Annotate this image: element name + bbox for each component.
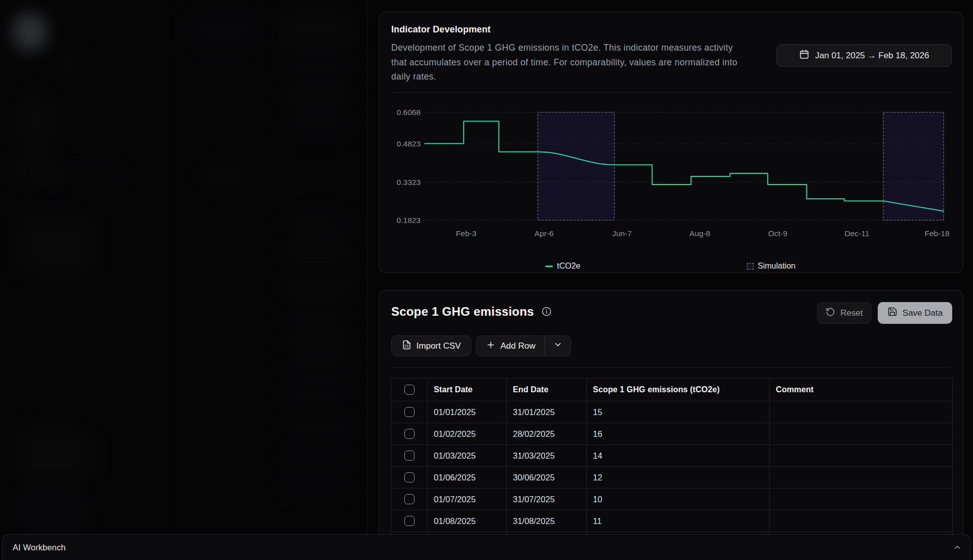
card-header-divider [391, 367, 952, 367]
cell-end-date[interactable]: 30/06/2025 [507, 467, 587, 489]
row-select-cell [391, 467, 428, 489]
cell-comment[interactable] [770, 510, 953, 532]
series-line-tco2e [425, 121, 944, 211]
cell-end-date[interactable]: 31/08/2025 [507, 510, 587, 532]
cell-end-date[interactable]: 28/02/2025 [507, 423, 587, 445]
x-axis-tick-label: Aug-8 [689, 229, 710, 238]
blurred-chat-blob [280, 238, 356, 263]
save-data-label: Save Data [903, 308, 943, 318]
x-axis-tick-label: Apr-6 [535, 229, 554, 238]
cell-start-date[interactable]: 01/01/2025 [428, 401, 507, 423]
cell-start-date[interactable]: 01/08/2025 [428, 510, 507, 532]
legend-item-tco2e[interactable]: tCO2e [545, 260, 580, 272]
save-data-button[interactable]: Save Data [878, 302, 952, 324]
y-axis-tick-label: 0.4823 [397, 139, 421, 148]
cell-comment[interactable] [770, 445, 953, 467]
blurred-chat-blob [280, 212, 356, 235]
blurred-chat-blob [280, 330, 356, 354]
plus-icon [486, 340, 496, 352]
info-icon[interactable] [541, 306, 552, 319]
column-header-comment: Comment [770, 379, 953, 401]
cell-value[interactable]: 11 [587, 510, 770, 532]
blurred-chat-blob [280, 417, 356, 440]
x-axis-tick-label: Jun-7 [612, 229, 632, 238]
cell-end-date[interactable]: 31/03/2025 [507, 445, 587, 467]
panel-divider [169, 0, 169, 534]
cell-comment[interactable] [770, 489, 953, 510]
cell-start-date[interactable]: 01/02/2025 [428, 423, 507, 445]
table-row: 01/06/202530/06/202512 [391, 467, 953, 489]
cell-start-date[interactable]: 01/03/2025 [428, 445, 507, 467]
row-checkbox[interactable] [404, 407, 415, 417]
column-header-start-date: Start Date [428, 379, 507, 401]
cell-comment[interactable] [770, 423, 953, 445]
reset-button[interactable]: Reset [817, 302, 872, 324]
blurred-chat-blob [280, 84, 356, 108]
cell-comment[interactable] [770, 467, 953, 489]
table-row: 01/07/202531/07/202510 [391, 489, 953, 510]
import-csv-button[interactable]: Import CSV [391, 335, 471, 356]
emissions-card-title: Scope 1 GHG emissions [391, 305, 534, 318]
<div class= [12, 12, 48, 52]
y-axis-tick-label: 0.6068 [397, 108, 421, 117]
add-row-label: Add Row [501, 341, 536, 351]
simulation-swatch [747, 263, 754, 270]
save-icon [887, 307, 897, 319]
row-select-cell [391, 423, 428, 445]
row-checkbox[interactable] [404, 451, 415, 461]
legend-item-simulation[interactable]: Simulation [747, 260, 796, 272]
emissions-card-title-row: Scope 1 GHG emissions [391, 305, 552, 319]
cell-start-date[interactable]: 01/07/2025 [428, 489, 507, 510]
ai-workbench-bar[interactable]: AI Workbench [2, 534, 971, 560]
row-select-cell [391, 445, 428, 467]
cell-value[interactable]: 10 [587, 489, 770, 510]
row-checkbox[interactable] [404, 429, 415, 439]
row-select-cell [391, 401, 428, 423]
blurred-chat-blob [280, 58, 356, 80]
panel-divider [367, 0, 367, 534]
blurred-chat-blob [280, 276, 356, 300]
cell-end-date[interactable]: 31/01/2025 [507, 401, 587, 423]
column-header-value: Scope 1 GHG emissions (tCO2e) [587, 379, 770, 401]
import-csv-label: Import CSV [417, 341, 461, 351]
blurred-chat-blob [280, 477, 356, 501]
row-select-cell [391, 489, 428, 510]
emissions-data-table: Start Date End Date Scope 1 GHG emission… [391, 378, 953, 554]
table-row: 01/03/202531/03/202514 [391, 445, 953, 467]
blurred-text-blob [35, 167, 129, 186]
blurred-chat-blob [280, 447, 356, 469]
blurred-chat-blob [276, 12, 356, 51]
y-axis-tick-label: 0.3323 [397, 178, 421, 186]
series-legend-label: tCO2e [557, 262, 580, 271]
ai-workbench-title: AI Workbench [13, 543, 66, 552]
cell-value[interactable]: 12 [587, 467, 770, 489]
chevron-up-icon[interactable] [953, 543, 962, 554]
table-row: 01/01/202531/01/202515 [391, 401, 953, 423]
cell-value[interactable]: 16 [587, 423, 770, 445]
blurred-item-blob [18, 215, 95, 276]
cell-value[interactable]: 14 [587, 445, 770, 467]
x-axis-tick-label: Oct-9 [768, 229, 788, 238]
indicator-chart[interactable]: 0.60680.48230.33230.1823Feb-3Apr-6Jun-7A… [379, 12, 964, 274]
x-axis-tick-label: Feb-18 [924, 229, 949, 238]
table-row: 01/08/202531/08/202511 [391, 510, 953, 532]
select-all-checkbox[interactable] [404, 385, 415, 395]
row-checkbox[interactable] [404, 494, 415, 504]
blurred-item-blob [14, 427, 93, 484]
cell-start-date[interactable]: 01/06/2025 [428, 467, 507, 489]
row-checkbox[interactable] [404, 472, 415, 482]
undo-icon [826, 307, 835, 319]
add-row-split-button: Add Row [476, 335, 571, 356]
cell-end-date[interactable]: 31/07/2025 [507, 489, 587, 510]
blurred-chat-blob [280, 357, 356, 379]
add-row-menu-button[interactable] [545, 335, 571, 356]
blurred-chat-blob [280, 384, 356, 406]
cell-comment[interactable] [770, 401, 953, 423]
emissions-table-card: Scope 1 GHG emissions Reset [379, 290, 963, 560]
cell-value[interactable]: 15 [587, 401, 770, 423]
blurred-chat-blob [202, 166, 245, 186]
blurred-chat-blob [183, 10, 263, 48]
add-row-button[interactable]: Add Row [476, 335, 545, 356]
row-select-cell [391, 510, 428, 532]
row-checkbox[interactable] [404, 516, 415, 526]
